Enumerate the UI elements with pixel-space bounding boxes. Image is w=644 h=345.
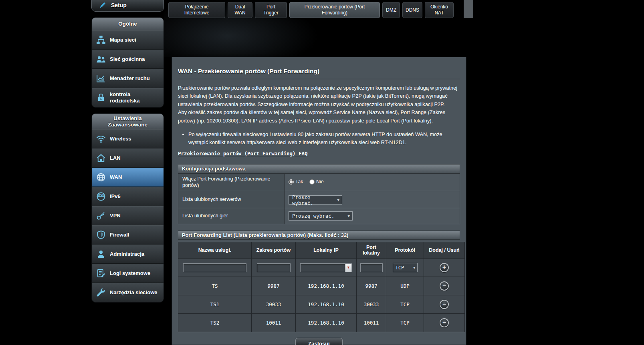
- sidebar-section-title: Ustawienia Zaawansowane: [92, 114, 164, 129]
- system-log-icon: [96, 268, 106, 279]
- port-range-input[interactable]: [257, 263, 291, 272]
- cell-local-port: 30033: [357, 295, 386, 314]
- cell-port-range: 10011: [252, 314, 296, 332]
- tab-strip-overflow: [464, 0, 473, 18]
- administration-icon: [96, 249, 106, 259]
- sidebar-item-label: VPN: [110, 213, 121, 219]
- setup-button-label: Setup: [111, 2, 127, 8]
- network-map-icon: [96, 35, 106, 45]
- guest-network-icon: [96, 54, 106, 64]
- chevron-down-icon: ▼: [347, 266, 349, 269]
- wan-icon: [96, 172, 106, 183]
- vpn-icon: [96, 211, 106, 221]
- description-paragraph-2: Aby określić zakres portów dla klientów …: [178, 108, 460, 125]
- col-header-protocol: Protokół: [386, 242, 424, 259]
- cell-local-ip: 192.168.1.10: [296, 295, 357, 314]
- sidebar-item-firewall[interactable]: Firewall: [92, 225, 164, 245]
- add-row-button[interactable]: [440, 263, 449, 272]
- cell-local-port: 9987: [357, 277, 386, 295]
- page-description: Przekierowanie portów pozwala odległym k…: [178, 84, 460, 125]
- sidebar-item-lan[interactable]: LAN: [92, 148, 164, 168]
- enable-yes-radio[interactable]: [289, 179, 294, 185]
- sidebar-item-traffic-manager[interactable]: Menadżer ruchu: [92, 69, 164, 88]
- sidebar-item-label: WAN: [110, 174, 122, 181]
- chevron-down-icon: ▼: [413, 266, 415, 270]
- traffic-manager-icon: [96, 73, 106, 84]
- tab-nat-passthrough[interactable]: Okienko NAT: [425, 2, 454, 18]
- sidebar-item-label: Firewall: [110, 232, 129, 238]
- tab-dmz[interactable]: DMZ: [382, 2, 400, 18]
- cell-port-range: 9987: [252, 277, 296, 295]
- port-forwarding-faq-link[interactable]: Przekierowanie portów (Port Forwarding) …: [178, 150, 308, 156]
- sidebar-item-label: Sieć gościnna: [110, 56, 145, 62]
- cell-service-name: TS1: [178, 295, 252, 314]
- local-ip-dropdown-button[interactable]: ▼: [345, 263, 352, 272]
- favorite-servers-select[interactable]: Proszę wybrać. ▼: [289, 195, 342, 205]
- sidebar-item-network-map[interactable]: Mapa sieci: [92, 30, 164, 50]
- cell-protocol: TCP: [386, 314, 424, 332]
- enable-port-forwarding-label: Włącz Port Forwarding (Przekierowanie po…: [178, 174, 285, 191]
- service-name-input[interactable]: [183, 263, 246, 272]
- col-header-local-port: Port lokalny: [357, 242, 386, 259]
- sidebar-item-administration[interactable]: Administracja: [92, 245, 164, 264]
- sidebar-item-guest-network[interactable]: Sieć gościnna: [92, 50, 164, 69]
- apply-button[interactable]: Zastosuj: [295, 338, 343, 345]
- sidebar-item-label: Menadżer ruchu: [110, 75, 150, 82]
- cell-service-name: TS: [178, 277, 252, 295]
- port-forwarding-table: Nazwa usługi. Zakres portów Lokalny IP P…: [178, 242, 465, 332]
- sidebar-item-system-log[interactable]: Logi systemowe: [92, 264, 164, 283]
- sidebar-item-wireless[interactable]: Wireless: [92, 129, 164, 148]
- local-ip-combo: ▼: [300, 263, 352, 272]
- delete-row-button[interactable]: [440, 281, 449, 291]
- sidebar-item-parental-control[interactable]: kontrola rodzicielska: [92, 88, 164, 107]
- table-row: Lista ulubionych serwerów Proszę wybrać.…: [178, 191, 460, 208]
- enable-no-radio[interactable]: [309, 179, 315, 185]
- local-ip-input[interactable]: [300, 263, 345, 272]
- sidebar-item-label: Wireless: [110, 136, 131, 142]
- enable-no-label: Nie: [316, 179, 324, 185]
- protocol-selected-value: TCP: [396, 265, 404, 271]
- col-header-add-delete: Dodaj / Usuń: [424, 242, 465, 259]
- sidebar-item-wan[interactable]: WAN: [92, 168, 164, 187]
- sidebar-section-advanced: Ustawienia Zaawansowane Wireless LAN WAN…: [91, 113, 164, 303]
- table-row: TS2 10011 192.168.1.10 10011 TCP: [178, 314, 465, 332]
- delete-row-button[interactable]: [440, 300, 449, 309]
- favorite-servers-label: Lista ulubionych serwerów: [178, 191, 285, 208]
- sidebar-item-label: Administracja: [110, 251, 144, 257]
- delete-row-button[interactable]: [440, 318, 449, 327]
- cell-service-name: TS2: [178, 314, 252, 332]
- sidebar-item-label: Logi systemowe: [110, 270, 150, 277]
- tab-ddns[interactable]: DDNS: [402, 2, 422, 18]
- cell-protocol: TCP: [386, 295, 424, 314]
- tab-dual-wan[interactable]: Dual WAN: [228, 2, 252, 18]
- firewall-icon: [96, 230, 106, 240]
- cell-local-ip: 192.168.1.10: [296, 277, 357, 295]
- table-header-row: Nazwa usługi. Zakres portów Lokalny IP P…: [178, 242, 465, 259]
- favorite-servers-selected-value: Proszę wybrać.: [292, 194, 334, 206]
- col-header-service-name: Nazwa usługi.: [178, 242, 252, 259]
- sidebar-section-general: Ogólne Mapa sieci Sieć gościnna Menadżer…: [91, 17, 164, 108]
- enable-no-option[interactable]: Nie: [309, 179, 324, 185]
- favorite-games-label: Lista ulubionych gier: [178, 208, 285, 224]
- sidebar-item-label: Mapa sieci: [110, 37, 136, 43]
- port-forwarding-list-section-header: Port Forwarding List (Lista przekierowan…: [178, 231, 460, 240]
- favorite-games-selected-value: Proszę wybrać.: [292, 213, 334, 219]
- local-port-input[interactable]: [360, 263, 383, 272]
- enable-yes-option[interactable]: Tak: [289, 179, 303, 185]
- favorite-games-select[interactable]: Proszę wybrać. ▼: [289, 211, 353, 221]
- sidebar-item-vpn[interactable]: VPN: [92, 206, 164, 225]
- sidebar-item-network-tools[interactable]: Narzędzia sieciowe: [92, 283, 164, 302]
- basic-config-section-header: Konfiguracja podstawowa: [178, 164, 460, 173]
- tab-port-trigger[interactable]: Port Trigger: [255, 2, 287, 18]
- col-header-port-range: Zakres portów: [252, 242, 296, 259]
- sidebar-item-label: Narzędzia sieciowe: [110, 289, 157, 296]
- setup-button[interactable]: Setup: [91, 0, 164, 12]
- tab-port-forwarding[interactable]: Przekierowanie portów (Port Forwarding): [289, 2, 380, 18]
- sidebar-item-ipv6[interactable]: IPv6 IPv6: [92, 187, 164, 206]
- chevron-down-icon: ▼: [337, 198, 339, 202]
- tab-internet-connection[interactable]: Połączenie Internetowe: [168, 2, 225, 18]
- table-row: TS 9987 192.168.1.10 9987 UDP: [178, 277, 465, 295]
- protocol-select[interactable]: TCP ▼: [393, 263, 418, 272]
- main-panel: WAN - Przekierowanie portów (Port Forwar…: [172, 57, 466, 345]
- network-tools-icon: [96, 287, 106, 298]
